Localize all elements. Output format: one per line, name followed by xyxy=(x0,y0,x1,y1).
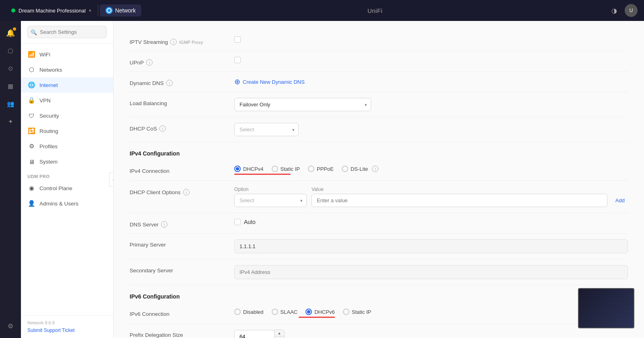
preview-thumbnail[interactable] xyxy=(578,288,634,328)
sidebar-item-vpn[interactable]: 🔒 VPN xyxy=(21,93,113,108)
admins-icon: 👤 xyxy=(27,199,35,207)
ipv4-dslite-option[interactable]: DS-Lite i xyxy=(342,166,378,172)
dhcp-cos-control: Select 012 345 67 ▾ xyxy=(234,123,628,136)
dynamic-dns-row: Dynamic DNS i ⊕ Create New Dynamic DNS xyxy=(130,72,628,92)
dhcp-client-info-icon[interactable]: i xyxy=(183,189,190,195)
ipv4-staticip-option[interactable]: Static IP xyxy=(272,166,300,172)
brand-selector[interactable]: Dream Machine Professional ▾ xyxy=(6,5,96,16)
user-avatar[interactable]: U xyxy=(625,4,638,17)
ipv4-dhcpv4-option[interactable]: DHCPv4 xyxy=(234,166,264,172)
upnp-info-icon[interactable]: i xyxy=(146,59,153,66)
dhcpv4-label: DHCPv4 xyxy=(243,166,264,172)
dns-server-label: DNS Server i xyxy=(130,219,226,228)
ipv6-disabled-radio[interactable] xyxy=(234,309,241,315)
networks-icon: ⬡ xyxy=(27,66,35,74)
load-balancing-select[interactable]: Failover Only Load Balance None xyxy=(234,98,371,111)
ipv6-staticip-option[interactable]: Static IP xyxy=(343,309,371,315)
network-tab-label: Network xyxy=(115,7,136,14)
topbar-divider xyxy=(98,5,98,16)
rail-icon-notifications[interactable]: 🔔 xyxy=(3,26,18,40)
main-layout: 🔔 ⬡ ⊙ ▦ 👥 ✦ ⚙ 🔍 📶 WiFi ⬡ Networks 🌐 xyxy=(0,21,644,338)
spinner-down-button[interactable]: ▼ xyxy=(275,336,284,338)
ipv6-radio-group: Disabled SLAAC DHCPv6 Static IP xyxy=(234,309,628,315)
dhcp-cos-info-icon[interactable]: i xyxy=(159,125,166,132)
sidebar-item-system[interactable]: 🖥 System xyxy=(21,154,113,169)
sidebar-item-security[interactable]: 🛡 Security xyxy=(21,108,113,123)
support-ticket-link[interactable]: Submit Support Ticket xyxy=(27,328,107,333)
rail-icon-users[interactable]: 👥 xyxy=(3,97,18,111)
ipv6-disabled-option[interactable]: Disabled xyxy=(234,309,264,315)
sidebar-item-control-plane[interactable]: ◉ Control Plane xyxy=(21,180,113,196)
rail-icon-topology[interactable]: ⬡ xyxy=(3,44,18,58)
sidebar-item-profiles[interactable]: ⚙ Profiles xyxy=(21,139,113,154)
pppoe-radio[interactable] xyxy=(308,166,314,172)
iptv-streaming-checkbox[interactable] xyxy=(234,36,241,43)
network-tab[interactable]: Network xyxy=(100,4,141,17)
theme-toggle-button[interactable]: ◑ xyxy=(609,5,620,16)
rail-icon-stats[interactable]: ▦ xyxy=(3,79,18,93)
dns-server-control: Auto xyxy=(234,219,628,225)
sidebar-item-wifi[interactable]: 📶 WiFi xyxy=(21,47,113,62)
routing-icon: 🔁 xyxy=(27,127,35,135)
ipv4-pppoe-option[interactable]: PPPoE xyxy=(308,166,334,172)
staticip-radio[interactable] xyxy=(272,166,278,172)
sidebar-item-admins[interactable]: 👤 Admins & Users xyxy=(21,196,113,211)
rail-icon-location[interactable]: ⊙ xyxy=(3,61,18,76)
prefix-delegation-label: Prefix Delegation Size xyxy=(130,330,226,338)
iptv-streaming-control xyxy=(234,36,628,43)
dhcp-cos-select[interactable]: Select 012 345 67 xyxy=(234,123,299,136)
dhcp-table-header: Option Value xyxy=(234,187,628,194)
ipv6-slaac-radio[interactable] xyxy=(272,309,278,315)
primary-server-input[interactable] xyxy=(234,239,628,253)
sidebar-item-security-label: Security xyxy=(39,113,59,119)
dslite-info-icon[interactable]: i xyxy=(372,166,378,172)
sidebar: 🔍 📶 WiFi ⬡ Networks 🌐 Internet 🔒 VPN xyxy=(21,21,114,338)
ipv6-slaac-option[interactable]: SLAAC xyxy=(272,309,298,315)
ipv6-staticip-radio[interactable] xyxy=(343,309,349,315)
upnp-checkbox[interactable] xyxy=(234,57,241,63)
dns-auto-checkbox[interactable] xyxy=(234,219,241,225)
search-input[interactable] xyxy=(27,26,107,38)
dhcpv4-radio[interactable] xyxy=(234,166,241,172)
pppoe-label: PPPoE xyxy=(317,166,334,172)
dhcp-option-select[interactable]: Select xyxy=(234,194,307,207)
upnp-row: UPnP i xyxy=(130,51,628,72)
sidebar-item-control-plane-label: Control Plane xyxy=(39,185,72,191)
spinner-up-button[interactable]: ▲ xyxy=(275,330,284,336)
rail-icon-magic[interactable]: ✦ xyxy=(3,114,18,129)
sidebar-item-system-label: System xyxy=(39,159,58,165)
sidebar-item-networks[interactable]: ⬡ Networks xyxy=(21,62,113,77)
dns-server-row: DNS Server i Auto xyxy=(130,213,628,234)
dhcp-client-options-control: Option Value Select ▾ Add xyxy=(234,187,628,207)
secondary-server-label: Secondary Server xyxy=(130,265,226,274)
ipv6-disabled-label: Disabled xyxy=(243,309,264,315)
sidebar-collapse-button[interactable]: ‹ xyxy=(109,172,114,187)
dhcp-add-button[interactable]: Add xyxy=(612,197,628,203)
iptv-info-icon[interactable]: i xyxy=(170,39,177,45)
dhcp-cos-row: DHCP CoS i Select 012 345 67 ▾ xyxy=(130,117,628,142)
secondary-server-input[interactable] xyxy=(234,265,628,279)
prefix-spinner-input[interactable] xyxy=(234,330,275,338)
rail-icon-settings[interactable]: ⚙ xyxy=(3,319,18,333)
wifi-icon: 📶 xyxy=(27,50,35,58)
sidebar-item-routing[interactable]: 🔁 Routing xyxy=(21,123,113,139)
ipv6-dhcpv6-radio[interactable] xyxy=(305,309,312,315)
dynamic-dns-label: Dynamic DNS i xyxy=(130,77,226,86)
dhcp-cos-label: DHCP CoS i xyxy=(130,123,226,132)
dynamic-dns-info-icon[interactable]: i xyxy=(166,80,173,86)
security-icon: 🛡 xyxy=(27,112,35,120)
udm-section-label: UDM Pro xyxy=(21,169,113,180)
brand-label: Dream Machine Professional xyxy=(19,8,86,14)
primary-server-label: Primary Server xyxy=(130,239,226,248)
dhcp-value-input[interactable] xyxy=(312,194,607,207)
ipv6-selection-indicator xyxy=(299,317,335,318)
sidebar-nav: 📶 WiFi ⬡ Networks 🌐 Internet 🔒 VPN 🛡 Sec… xyxy=(21,44,113,315)
sidebar-item-internet[interactable]: 🌐 Internet xyxy=(21,77,113,93)
upnp-control xyxy=(234,57,628,63)
create-dns-link[interactable]: ⊕ Create New Dynamic DNS xyxy=(234,77,628,86)
dns-server-info-icon[interactable]: i xyxy=(161,221,167,228)
ipv6-dhcpv6-option[interactable]: DHCPv6 xyxy=(305,309,335,315)
dslite-radio[interactable] xyxy=(342,166,348,172)
secondary-server-row: Secondary Server xyxy=(130,259,628,285)
system-icon: 🖥 xyxy=(27,158,35,166)
